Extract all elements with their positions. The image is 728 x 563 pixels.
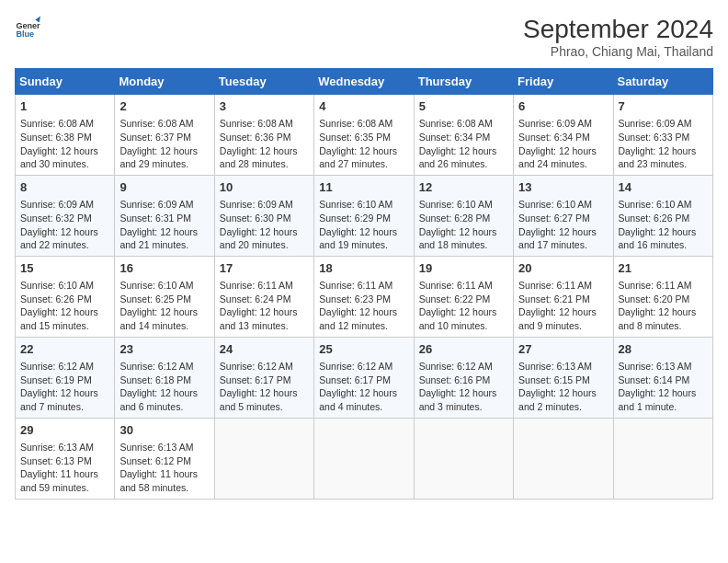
table-row: 3 Sunrise: 6:08 AMSunset: 6:36 PMDayligh…	[214, 95, 313, 176]
table-row: 5 Sunrise: 6:08 AMSunset: 6:34 PMDayligh…	[414, 95, 513, 176]
table-row: 11 Sunrise: 6:10 AMSunset: 6:29 PMDaylig…	[314, 175, 414, 256]
table-row: 25 Sunrise: 6:12 AMSunset: 6:17 PMDaylig…	[314, 337, 414, 418]
table-row: 30 Sunrise: 6:13 AMSunset: 6:12 PMDaylig…	[115, 418, 214, 499]
title-block: September 2024 Phrao, Chiang Mai, Thaila…	[523, 15, 713, 59]
table-row: 24 Sunrise: 6:12 AMSunset: 6:17 PMDaylig…	[214, 337, 313, 418]
table-row	[214, 418, 313, 499]
table-row: 20 Sunrise: 6:11 AMSunset: 6:21 PMDaylig…	[514, 256, 613, 337]
table-row: 27 Sunrise: 6:13 AMSunset: 6:15 PMDaylig…	[514, 337, 613, 418]
calendar-week-4: 22 Sunrise: 6:12 AMSunset: 6:19 PMDaylig…	[16, 337, 713, 418]
logo: General Blue	[15, 15, 40, 40]
calendar-week-2: 8 Sunrise: 6:09 AMSunset: 6:32 PMDayligh…	[16, 175, 713, 256]
table-row: 9 Sunrise: 6:09 AMSunset: 6:31 PMDayligh…	[115, 175, 214, 256]
table-row: 4 Sunrise: 6:08 AMSunset: 6:35 PMDayligh…	[314, 95, 414, 176]
table-row	[414, 418, 513, 499]
col-tuesday: Tuesday	[214, 69, 313, 95]
table-row: 14 Sunrise: 6:10 AMSunset: 6:26 PMDaylig…	[613, 175, 712, 256]
table-row	[314, 418, 414, 499]
col-friday: Friday	[514, 69, 613, 95]
logo-icon: General Blue	[15, 15, 40, 40]
table-row: 29 Sunrise: 6:13 AMSunset: 6:13 PMDaylig…	[16, 418, 115, 499]
page-title: September 2024	[523, 15, 713, 44]
table-row	[514, 418, 613, 499]
calendar-week-5: 29 Sunrise: 6:13 AMSunset: 6:13 PMDaylig…	[16, 418, 713, 499]
table-row: 28 Sunrise: 6:13 AMSunset: 6:14 PMDaylig…	[613, 337, 712, 418]
table-row: 1 Sunrise: 6:08 AMSunset: 6:38 PMDayligh…	[16, 95, 115, 176]
table-row: 23 Sunrise: 6:12 AMSunset: 6:18 PMDaylig…	[115, 337, 214, 418]
table-row: 6 Sunrise: 6:09 AMSunset: 6:34 PMDayligh…	[514, 95, 613, 176]
table-row: 26 Sunrise: 6:12 AMSunset: 6:16 PMDaylig…	[414, 337, 513, 418]
table-row: 18 Sunrise: 6:11 AMSunset: 6:23 PMDaylig…	[314, 256, 414, 337]
table-row: 21 Sunrise: 6:11 AMSunset: 6:20 PMDaylig…	[613, 256, 712, 337]
page-subtitle: Phrao, Chiang Mai, Thailand	[523, 44, 713, 59]
table-row: 19 Sunrise: 6:11 AMSunset: 6:22 PMDaylig…	[414, 256, 513, 337]
table-row: 10 Sunrise: 6:09 AMSunset: 6:30 PMDaylig…	[214, 175, 313, 256]
table-row: 7 Sunrise: 6:09 AMSunset: 6:33 PMDayligh…	[613, 95, 712, 176]
col-wednesday: Wednesday	[314, 69, 414, 95]
table-row: 8 Sunrise: 6:09 AMSunset: 6:32 PMDayligh…	[16, 175, 115, 256]
table-row: 22 Sunrise: 6:12 AMSunset: 6:19 PMDaylig…	[16, 337, 115, 418]
table-row: 2 Sunrise: 6:08 AMSunset: 6:37 PMDayligh…	[115, 95, 214, 176]
calendar-week-3: 15 Sunrise: 6:10 AMSunset: 6:26 PMDaylig…	[16, 256, 713, 337]
col-saturday: Saturday	[613, 69, 712, 95]
table-row: 16 Sunrise: 6:10 AMSunset: 6:25 PMDaylig…	[115, 256, 214, 337]
table-row: 13 Sunrise: 6:10 AMSunset: 6:27 PMDaylig…	[514, 175, 613, 256]
table-row: 12 Sunrise: 6:10 AMSunset: 6:28 PMDaylig…	[414, 175, 513, 256]
header-row: Sunday Monday Tuesday Wednesday Thursday…	[16, 69, 713, 95]
col-monday: Monday	[115, 69, 214, 95]
table-row	[613, 418, 712, 499]
col-sunday: Sunday	[16, 69, 115, 95]
svg-text:Blue: Blue	[16, 29, 34, 39]
calendar-table: Sunday Monday Tuesday Wednesday Thursday…	[15, 68, 713, 500]
calendar-week-1: 1 Sunrise: 6:08 AMSunset: 6:38 PMDayligh…	[16, 95, 713, 176]
table-row: 15 Sunrise: 6:10 AMSunset: 6:26 PMDaylig…	[16, 256, 115, 337]
page-header: General Blue September 2024 Phrao, Chian…	[15, 15, 713, 59]
col-thursday: Thursday	[414, 69, 513, 95]
table-row: 17 Sunrise: 6:11 AMSunset: 6:24 PMDaylig…	[214, 256, 313, 337]
